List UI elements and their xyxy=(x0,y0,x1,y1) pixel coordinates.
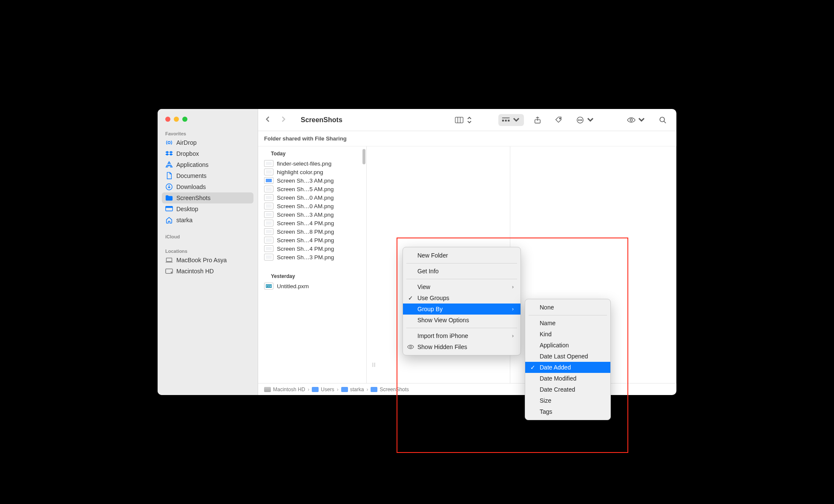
doc-icon xyxy=(165,172,173,180)
menu-view[interactable]: View› xyxy=(403,281,521,292)
file-icon xyxy=(264,186,273,192)
file-icon xyxy=(264,254,273,261)
file-row[interactable]: Screen Sh…4 PM.png xyxy=(258,219,366,227)
folder-icon xyxy=(165,194,173,202)
sidebar-item-label: Downloads xyxy=(176,183,206,190)
sidebar-section-header: iCloud xyxy=(162,232,253,240)
airdrop-icon xyxy=(165,139,173,146)
back-button[interactable] xyxy=(264,115,272,125)
submenu-date-modified[interactable]: Date Modified xyxy=(525,373,610,384)
path-segment[interactable]: Users xyxy=(312,387,334,392)
svg-point-21 xyxy=(660,117,664,122)
file-icon xyxy=(264,220,273,226)
submenu-kind[interactable]: Kind xyxy=(525,329,610,340)
submenu-date-created[interactable]: Date Created xyxy=(525,384,610,395)
sidebar-item-applications[interactable]: Applications xyxy=(162,159,253,170)
minimize-window-button[interactable] xyxy=(174,117,179,122)
file-name: Screen Sh…5 AM.png xyxy=(277,186,334,192)
svg-rect-13 xyxy=(502,117,510,118)
menu-use-groups[interactable]: ✓Use Groups xyxy=(403,292,521,304)
share-button[interactable] xyxy=(530,114,545,126)
menu-import-from-iphone[interactable]: Import from iPhone› xyxy=(403,330,521,341)
group-toggle-button[interactable] xyxy=(498,114,524,126)
forward-button[interactable] xyxy=(279,115,287,125)
file-row[interactable]: Screen Sh…4 PM.png xyxy=(258,236,366,244)
path-label: Users xyxy=(321,387,334,392)
sidebar-section-header: Locations xyxy=(162,246,253,255)
path-segment[interactable]: ScreenShots xyxy=(371,387,409,392)
submenu-application[interactable]: Application xyxy=(525,340,610,351)
svg-point-18 xyxy=(580,120,581,120)
file-row[interactable]: Screen Sh…3 PM.png xyxy=(258,253,366,261)
sidebar-item-label: Dropbox xyxy=(176,150,199,157)
sidebar-item-label: Desktop xyxy=(176,206,198,212)
menu-get-info[interactable]: Get Info xyxy=(403,266,521,277)
sidebar-item-label: Applications xyxy=(176,161,209,168)
close-window-button[interactable] xyxy=(165,117,170,122)
sidebar-item-downloads[interactable]: Downloads xyxy=(162,181,253,192)
sidebar-item-macbook-pro-asya[interactable]: MacBook Pro Asya xyxy=(162,255,253,266)
window-title: ScreenShots xyxy=(301,116,342,124)
desktop-icon xyxy=(165,205,173,213)
submenu-tags[interactable]: Tags xyxy=(525,406,610,417)
svg-rect-12 xyxy=(508,120,509,121)
svg-rect-7 xyxy=(455,117,463,123)
file-row[interactable]: Screen Sh…4 PM.png xyxy=(258,244,366,253)
path-segment[interactable]: Macintosh HD xyxy=(264,387,305,392)
svg-rect-10 xyxy=(502,120,504,121)
path-bar: Macintosh HD›Users›starka›ScreenShots xyxy=(258,383,676,395)
file-row[interactable]: Screen Sh…0 AM.png xyxy=(258,202,366,210)
chevron-right-icon: › xyxy=(308,387,309,392)
disk-icon xyxy=(165,267,173,275)
tags-button[interactable] xyxy=(551,114,567,126)
submenu-date-last-opened[interactable]: Date Last Opened xyxy=(525,351,610,362)
file-name: Screen Sh…0 AM.png xyxy=(277,195,334,201)
sidebar-item-screenshots[interactable]: ScreenShots xyxy=(162,192,253,203)
path-segment[interactable]: starka xyxy=(341,387,364,392)
file-name: Screen Sh…4 PM.png xyxy=(277,220,334,226)
view-columns-button[interactable] xyxy=(452,114,477,126)
menu-show-view-options[interactable]: Show View Options xyxy=(403,315,521,326)
folder-icon xyxy=(371,387,377,392)
sidebar-item-starka[interactable]: starka xyxy=(162,215,253,226)
submenu-size[interactable]: Size xyxy=(525,395,610,406)
sidebar-item-dropbox[interactable]: Dropbox xyxy=(162,148,253,159)
submenu-name[interactable]: Name xyxy=(525,318,610,329)
more-actions-button[interactable] xyxy=(572,114,598,126)
sidebar-item-desktop[interactable]: Desktop xyxy=(162,203,253,215)
file-column[interactable]: Todayfinder-select-files.pnghighlight co… xyxy=(258,146,367,383)
file-row[interactable]: Untitled.pxm xyxy=(258,282,366,290)
submenu-date-added[interactable]: ✓Date Added xyxy=(525,362,610,373)
down-icon xyxy=(165,183,173,191)
file-row[interactable]: Screen Sh…3 AM.png xyxy=(258,210,366,219)
menu-separator xyxy=(406,328,517,328)
file-row[interactable]: highlight color.png xyxy=(258,168,366,176)
sidebar-item-documents[interactable]: Documents xyxy=(162,170,253,181)
file-row[interactable]: finder-select-files.png xyxy=(258,159,366,168)
hidden-files-toggle-button[interactable] xyxy=(624,114,649,126)
file-row[interactable]: Screen Sh…5 AM.png xyxy=(258,185,366,193)
scrollbar-thumb[interactable] xyxy=(362,149,365,164)
file-row[interactable]: Screen Sh…0 AM.png xyxy=(258,193,366,202)
file-icon xyxy=(264,283,273,289)
file-icon xyxy=(264,211,273,218)
file-name: Screen Sh…3 AM.png xyxy=(277,212,334,218)
file-name: Screen Sh…4 PM.png xyxy=(277,246,334,252)
group-by-submenu: None Name Kind Application Date Last Ope… xyxy=(525,299,611,420)
file-row[interactable]: Screen Sh…3 AM.png xyxy=(258,176,366,185)
search-button[interactable] xyxy=(655,114,670,126)
maximize-window-button[interactable] xyxy=(182,117,187,122)
menu-show-hidden-files[interactable]: Show Hidden Files xyxy=(403,341,521,352)
chevron-right-icon: › xyxy=(512,333,514,339)
file-row[interactable]: Screen Sh…8 PM.png xyxy=(258,227,366,236)
sidebar-item-airdrop[interactable]: AirDrop xyxy=(162,137,253,148)
chevron-right-icon: › xyxy=(366,387,368,392)
check-icon: ✓ xyxy=(408,295,413,301)
file-name: Screen Sh…4 PM.png xyxy=(277,237,334,243)
menu-new-folder[interactable]: New Folder xyxy=(403,250,521,261)
sidebar-item-macintosh-hd[interactable]: Macintosh HD xyxy=(162,266,253,277)
file-icon xyxy=(264,194,273,201)
menu-group-by[interactable]: Group By› xyxy=(403,304,521,315)
submenu-none[interactable]: None xyxy=(525,302,610,313)
file-icon xyxy=(264,245,273,252)
